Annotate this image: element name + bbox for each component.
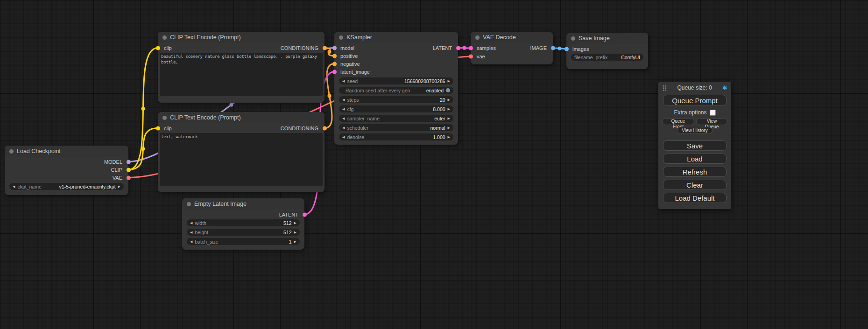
vae-input-pin[interactable]	[469, 55, 473, 59]
collapse-dot-icon[interactable]	[571, 36, 575, 41]
node-title-bar[interactable]: VAE Decode	[471, 32, 553, 43]
widget-filename-prefix[interactable]: filename_prefix ComfyUI	[571, 54, 643, 61]
input-slot-latent-image[interactable]: latent_image	[334, 68, 406, 76]
decrement-arrow-icon[interactable]: ◀	[190, 240, 192, 243]
node-title-bar[interactable]: KSampler	[334, 32, 458, 43]
output-slot-image[interactable]: IMAGE	[520, 44, 553, 52]
widget-cfg[interactable]: ◀ cfg 8.000 ▶	[339, 105, 453, 112]
collapse-dot-icon[interactable]	[187, 202, 191, 206]
input-slot-negative[interactable]: negative	[334, 60, 406, 68]
node-title-bar[interactable]: CLIP Text Encode (Prompt)	[158, 112, 325, 123]
collapse-dot-icon[interactable]	[339, 35, 343, 40]
positive-input-pin[interactable]	[332, 54, 337, 58]
collapse-dot-icon[interactable]	[475, 35, 480, 40]
conditioning-output-pin[interactable]	[323, 126, 327, 130]
samples-input-pin[interactable]	[469, 46, 473, 50]
increment-arrow-icon[interactable]: ▶	[448, 135, 450, 139]
save-button[interactable]: Save	[663, 140, 727, 151]
view-queue-button[interactable]: View Queue	[696, 118, 727, 125]
node-title-bar[interactable]: Save Image	[566, 33, 648, 44]
node-title-bar[interactable]: Load Checkpoint	[5, 146, 128, 157]
node-empty-latent-image[interactable]: Empty Latent Image LATENT ◀ width 512 ▶ …	[182, 198, 304, 250]
collapse-dot-icon[interactable]	[162, 116, 167, 120]
increment-arrow-icon[interactable]: ▶	[448, 107, 450, 111]
output-slot-latent[interactable]: LATENT	[182, 210, 304, 218]
increment-arrow-icon[interactable]: ▶	[448, 98, 450, 101]
drag-handle-icon[interactable]	[663, 85, 667, 91]
load-button[interactable]: Load	[663, 154, 727, 164]
increment-arrow-icon[interactable]: ▶	[448, 126, 450, 129]
output-slot-model[interactable]: MODEL	[5, 158, 128, 166]
input-slot-positive[interactable]: positive	[334, 52, 406, 60]
increment-arrow-icon[interactable]: ▶	[294, 221, 296, 224]
settings-gear-icon[interactable]: ✱	[722, 85, 727, 91]
input-slot-model[interactable]: model	[334, 44, 406, 52]
negative-prompt-textarea[interactable]: text, watermark	[160, 133, 323, 186]
node-save-image[interactable]: Save Image images filename_prefix ComfyU…	[566, 33, 648, 69]
decrement-arrow-icon[interactable]: ◀	[342, 126, 345, 129]
node-canvas[interactable]: Load Checkpoint MODEL CLIP VAE ◀ ckpt_na…	[0, 0, 868, 329]
slot-label: CONDITIONING	[281, 126, 318, 131]
clip-output-pin[interactable]	[127, 168, 131, 172]
positive-prompt-textarea[interactable]: beautiful scenery nature glass bottle la…	[160, 53, 323, 96]
increment-arrow-icon[interactable]: ▶	[448, 117, 450, 120]
node-vae-decode[interactable]: VAE Decode samples vae IMAGE	[471, 32, 553, 64]
widget-sampler-name[interactable]: ◀ sampler_name euler ▶	[339, 115, 453, 122]
widget-seed[interactable]: ◀ seed 156680208700286 ▶	[339, 77, 453, 84]
extra-options-checkbox[interactable]	[710, 110, 716, 116]
queue-front-button[interactable]: Queue Front	[662, 118, 694, 125]
node-clip-text-encode-negative[interactable]: CLIP Text Encode (Prompt) clip CONDITION…	[158, 112, 325, 192]
increment-arrow-icon[interactable]: ▶	[448, 79, 450, 83]
latent-output-pin[interactable]	[456, 46, 460, 50]
increment-arrow-icon[interactable]: ▶	[294, 240, 296, 243]
collapse-dot-icon[interactable]	[9, 149, 14, 154]
latent-output-pin[interactable]	[303, 212, 307, 217]
conditioning-output-pin[interactable]	[323, 46, 327, 50]
widget-ckpt-name[interactable]: ◀ ckpt_name v1-5-pruned-emaonly.ckpt ▶	[9, 183, 124, 190]
node-title-bar[interactable]: Empty Latent Image	[182, 198, 304, 210]
latent-image-input-pin[interactable]	[332, 70, 337, 74]
load-default-button[interactable]: Load Default	[663, 193, 727, 203]
output-slot-latent[interactable]: LATENT	[409, 44, 458, 52]
image-output-pin[interactable]	[551, 46, 555, 50]
widget-batch-size[interactable]: ◀ batch_size 1 ▶	[187, 238, 300, 245]
widget-denoise[interactable]: ◀ denoise 1.000 ▶	[339, 133, 453, 140]
widget-random-seed-toggle[interactable]: Random seed after every gen enabled	[339, 87, 453, 94]
decrement-arrow-icon[interactable]: ◀	[342, 107, 345, 111]
node-ksampler[interactable]: KSampler model positive negative lat	[334, 32, 458, 145]
node-load-checkpoint[interactable]: Load Checkpoint MODEL CLIP VAE ◀ ckpt_na…	[5, 146, 128, 195]
decrement-arrow-icon[interactable]: ◀	[342, 98, 345, 101]
output-slot-clip[interactable]: CLIP	[5, 166, 128, 174]
widget-height[interactable]: ◀ height 512 ▶	[187, 229, 300, 236]
decrement-arrow-icon[interactable]: ◀	[342, 117, 345, 120]
vae-output-pin[interactable]	[127, 175, 131, 180]
decrement-arrow-icon[interactable]: ◀	[342, 79, 345, 83]
output-slot-vae[interactable]: VAE	[5, 174, 128, 182]
decrement-arrow-icon[interactable]: ◀	[190, 221, 192, 224]
input-slot-samples[interactable]: samples	[471, 44, 518, 52]
clip-input-pin[interactable]	[156, 46, 160, 50]
view-history-button[interactable]: View History	[677, 127, 712, 134]
clip-input-pin[interactable]	[156, 126, 160, 130]
clear-button[interactable]: Clear	[663, 180, 727, 190]
increment-arrow-icon[interactable]: ▶	[118, 185, 120, 188]
widget-steps[interactable]: ◀ steps 20 ▶	[339, 96, 453, 103]
images-input-pin[interactable]	[565, 47, 569, 51]
node-clip-text-encode-positive[interactable]: CLIP Text Encode (Prompt) clip CONDITION…	[158, 32, 325, 103]
input-slot-vae[interactable]: vae	[471, 52, 518, 61]
decrement-arrow-icon[interactable]: ◀	[190, 231, 192, 234]
model-output-pin[interactable]	[127, 160, 131, 164]
decrement-arrow-icon[interactable]: ◀	[342, 135, 345, 139]
decrement-arrow-icon[interactable]: ◀	[13, 185, 15, 188]
model-input-pin[interactable]	[332, 46, 337, 50]
toggle-dot-icon[interactable]	[446, 88, 450, 92]
input-slot-images[interactable]: images	[566, 45, 648, 53]
increment-arrow-icon[interactable]: ▶	[294, 231, 296, 234]
node-title-bar[interactable]: CLIP Text Encode (Prompt)	[158, 32, 325, 43]
collapse-dot-icon[interactable]	[162, 35, 167, 40]
queue-prompt-button[interactable]: Queue Prompt	[663, 95, 727, 106]
negative-input-pin[interactable]	[332, 62, 337, 66]
widget-scheduler[interactable]: ◀ scheduler normal ▶	[339, 124, 453, 131]
refresh-button[interactable]: Refresh	[663, 167, 727, 177]
widget-width[interactable]: ◀ width 512 ▶	[187, 219, 300, 226]
